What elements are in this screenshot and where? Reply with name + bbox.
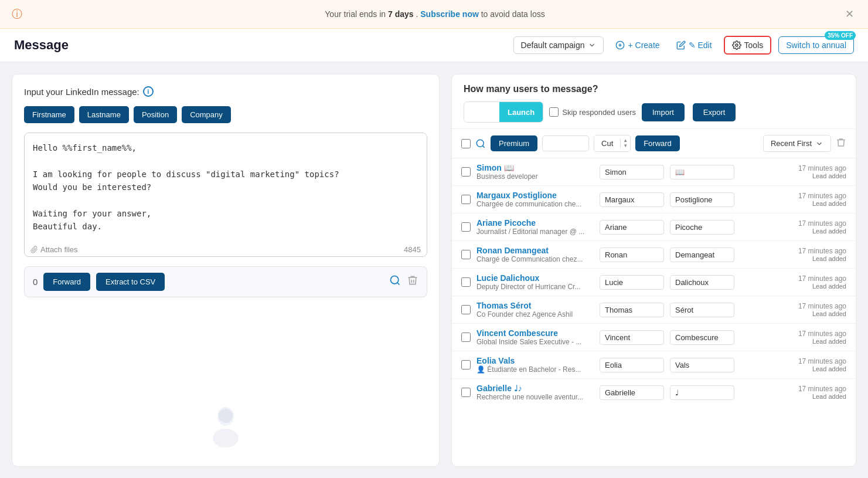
select-all-checkbox[interactable] (461, 139, 471, 148)
user-row: Lucie Dalichoux Deputy Director of Hurri… (452, 269, 856, 296)
user-row: Margaux Postiglione Chargée de communica… (452, 186, 856, 213)
cut-arrows[interactable]: ▲ ▼ (620, 138, 630, 149)
user-row: Gabrielle ♩♪ Recherche une nouvelle aven… (452, 379, 856, 406)
search-icon (389, 274, 401, 286)
users-title: How many users to message? (464, 84, 844, 94)
company-tag-button[interactable]: Company (182, 106, 231, 123)
table-trash-icon (836, 137, 846, 148)
user-info-7: Eolia Vals 👤 Étudiante en Bachelor - Res… (476, 356, 594, 374)
user-first-2[interactable]: Ariane (600, 220, 664, 235)
user-meta-0: 17 minutes ago Lead added (791, 164, 846, 179)
user-first-7[interactable]: Eolia (600, 358, 664, 372)
user-title-5: Co Founder chez Agence Ashil (476, 310, 594, 318)
firstname-tag-button[interactable]: Firstname (24, 106, 74, 123)
lastname-tag-button[interactable]: Lastname (79, 106, 129, 123)
forward-button[interactable]: Forward (43, 273, 90, 291)
user-name-8[interactable]: Gabrielle ♩♪ (476, 384, 594, 393)
user-first-8[interactable]: Gabrielle (600, 385, 664, 400)
left-panel: Input your LinkedIn message: i Firstname… (12, 74, 440, 467)
user-meta-1: 17 minutes ago Lead added (791, 192, 846, 207)
switch-annual-button[interactable]: 35% OFF Switch to annual (778, 36, 854, 54)
recent-first-button[interactable]: Recent First (763, 135, 831, 152)
user-name-3[interactable]: Ronan Demangeat (476, 246, 594, 255)
user-first-4[interactable]: Lucie (600, 275, 664, 290)
delete-button[interactable] (407, 274, 418, 289)
trial-banner: ⓘ Your trial ends in 7 days . Subscribe … (0, 0, 868, 29)
subscribe-link[interactable]: Subscribe now (420, 9, 479, 19)
user-time-6: 17 minutes ago (791, 330, 846, 338)
user-info-6: Vincent Combescure Global Inside Sales E… (476, 328, 594, 346)
user-status-6: Lead added (791, 338, 846, 345)
user-last-1[interactable]: Postiglione (670, 192, 734, 207)
create-button[interactable]: + Create (611, 37, 664, 53)
textarea-footer: Attach files 4845 (25, 241, 427, 256)
user-checkbox-4[interactable] (461, 277, 471, 287)
search-button[interactable] (389, 274, 401, 289)
svg-line-10 (482, 145, 484, 147)
tools-button[interactable]: Tools (724, 36, 772, 55)
user-title-0: Business developer (476, 172, 594, 181)
user-name-1[interactable]: Margaux Postiglione (476, 191, 594, 200)
user-time-2: 17 minutes ago (791, 219, 846, 228)
user-checkbox-8[interactable] (461, 388, 471, 397)
user-last-3[interactable]: Demangeat (670, 248, 734, 262)
table-delete-button[interactable] (836, 137, 846, 150)
premium-button[interactable]: Premium (491, 135, 537, 151)
user-name-6[interactable]: Vincent Combescure (476, 328, 594, 338)
forward-users-button[interactable]: Forward (635, 135, 680, 151)
user-first-3[interactable]: Ronan (600, 248, 664, 262)
launch-button[interactable]: Launch (499, 101, 543, 123)
table-search-input[interactable] (542, 135, 589, 151)
user-first-1[interactable]: Margaux (600, 192, 664, 207)
launch-input-wrap: Launch (464, 101, 543, 123)
extract-csv-button[interactable]: Extract to CSV (96, 273, 165, 291)
attach-files-label: Attach files (30, 245, 78, 254)
user-last-7[interactable]: Vals (670, 358, 734, 372)
info-icon: i (143, 86, 154, 97)
position-tag-button[interactable]: Position (134, 106, 177, 123)
campaign-dropdown[interactable]: Default campaign (513, 36, 604, 54)
user-info-0: Simon 📖 Business developer (476, 163, 594, 181)
user-checkbox-1[interactable] (461, 195, 471, 204)
svg-point-3 (736, 44, 738, 46)
user-title-7: 👤 Étudiante en Bachelor - Res... (476, 365, 594, 374)
user-checkbox-7[interactable] (461, 360, 471, 369)
user-last-6[interactable]: Combescure (670, 330, 734, 345)
table-search-icon[interactable] (475, 138, 486, 149)
trash-icon (407, 274, 418, 286)
user-checkbox-3[interactable] (461, 250, 471, 259)
user-name-2[interactable]: Ariane Picoche (476, 218, 594, 228)
user-checkbox-2[interactable] (461, 222, 471, 232)
skip-responded-checkbox[interactable] (549, 107, 559, 117)
edit-button[interactable]: ✎ Edit (672, 37, 717, 53)
user-first-0[interactable]: Simon (600, 165, 664, 179)
user-last-0[interactable]: 📖 (670, 165, 734, 179)
user-last-2[interactable]: Picoche (670, 220, 734, 235)
user-checkbox-5[interactable] (461, 305, 471, 314)
user-title-2: Journalist / Editorial manager @ ... (476, 228, 594, 236)
user-checkbox-6[interactable] (461, 333, 471, 342)
user-last-5[interactable]: Sérot (670, 303, 734, 317)
user-last-4[interactable]: Dalichoux (670, 275, 734, 290)
user-name-0[interactable]: Simon 📖 (476, 163, 594, 172)
user-status-3: Lead added (791, 255, 846, 262)
skip-responded-wrap: Skip responded users (549, 107, 636, 117)
users-count-input[interactable] (464, 107, 499, 117)
trial-info-icon: ⓘ (12, 7, 22, 21)
user-first-5[interactable]: Thomas (600, 303, 664, 317)
message-textarea[interactable]: Hello %%first_name%%, I am looking for p… (25, 133, 427, 242)
user-first-6[interactable]: Vincent (600, 330, 664, 345)
users-panel: How many users to message? Launch Skip r… (451, 74, 856, 467)
user-row: Simon 📖 Business developer Simon 📖 17 mi… (452, 158, 856, 186)
user-checkbox-0[interactable] (461, 167, 471, 177)
banner-close-button[interactable]: ✕ (843, 8, 856, 21)
import-button[interactable]: Import (642, 103, 685, 121)
user-row: Ariane Picoche Journalist / Editorial ma… (452, 213, 856, 241)
user-last-8[interactable]: ♩ (670, 385, 734, 400)
user-title-3: Chargé de Communication chez... (476, 255, 594, 263)
user-name-5[interactable]: Thomas Sérot (476, 301, 594, 310)
user-name-7[interactable]: Eolia Vals (476, 356, 594, 365)
create-label: + Create (628, 40, 659, 50)
export-button[interactable]: Export (693, 103, 736, 121)
user-name-4[interactable]: Lucie Dalichoux (476, 273, 594, 283)
